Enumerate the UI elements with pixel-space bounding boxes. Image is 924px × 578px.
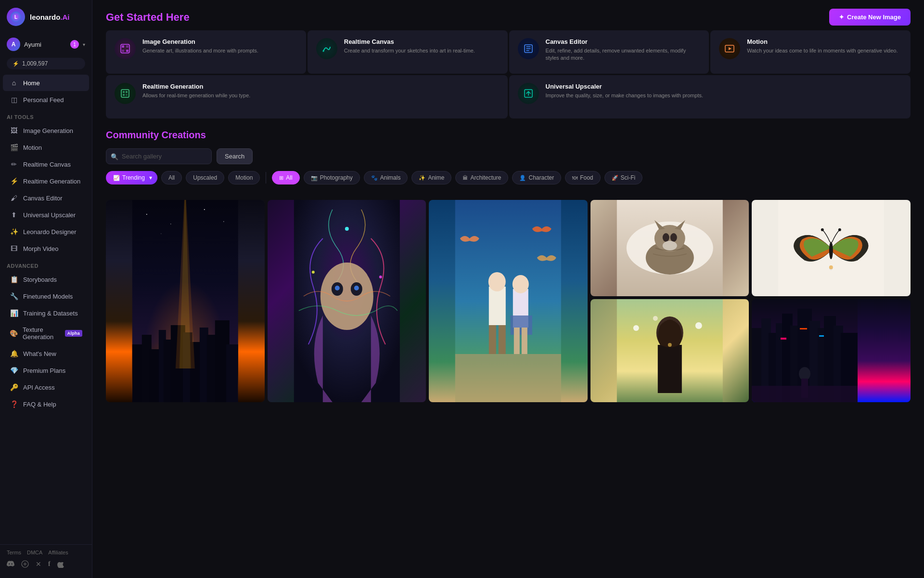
- sidebar-navigation: ⌂ Home ◫ Personal Feed AI Tools 🖼 Image …: [0, 74, 92, 544]
- user-row[interactable]: A Ayumi 1 ▾: [0, 34, 92, 55]
- tool-title: Canvas Editor: [546, 38, 701, 45]
- create-new-image-button[interactable]: ✦ Create New Image: [829, 9, 911, 26]
- reddit-icon[interactable]: [21, 560, 29, 569]
- svg-point-52: [838, 228, 841, 231]
- image-card[interactable]: [106, 200, 265, 402]
- terms-link[interactable]: Terms: [7, 550, 21, 555]
- search-input[interactable]: [106, 148, 212, 164]
- filter-anime[interactable]: ✨ Anime: [411, 171, 451, 184]
- sidebar-item-whats-new[interactable]: 🔔 What's New: [3, 345, 89, 362]
- ai-tools-label: AI Tools: [0, 108, 92, 122]
- alpha-badge: Alpha: [65, 330, 82, 337]
- filter-label: Upscaled: [193, 174, 217, 181]
- filter-all-cat[interactable]: ⊞ All: [272, 171, 299, 184]
- upscaler-tool-icon: [518, 83, 539, 104]
- sidebar-item-label: Home: [23, 79, 40, 87]
- main-content: Get Started Here ✦ Create New Image: [92, 0, 924, 578]
- character-icon: 👤: [519, 175, 526, 181]
- sidebar-item-api-access[interactable]: 🔑 API Access: [3, 379, 89, 395]
- svg-rect-65: [489, 287, 506, 325]
- svg-point-51: [821, 228, 824, 231]
- create-btn-label: Create New Image: [847, 13, 901, 21]
- svg-point-39: [161, 233, 161, 234]
- filter-sci-fi[interactable]: 🚀 Sci-Fi: [604, 171, 643, 184]
- filter-label: Anime: [428, 174, 444, 181]
- image-card[interactable]: [752, 299, 911, 402]
- affiliates-link[interactable]: Affiliates: [48, 550, 68, 555]
- filter-upscaled[interactable]: Upscaled: [186, 171, 224, 184]
- image-gen-tool-icon: [115, 38, 136, 59]
- sidebar-item-texture-generation[interactable]: 🎨 Texture Generation Alpha: [3, 322, 89, 345]
- filter-motion[interactable]: Motion: [228, 171, 260, 184]
- sidebar-item-personal-feed[interactable]: ◫ Personal Feed: [3, 92, 89, 108]
- logo-avatar: L: [7, 8, 25, 26]
- sidebar-item-storyboards[interactable]: 📋 Storyboards: [3, 271, 89, 288]
- image-card[interactable]: [268, 200, 426, 402]
- tool-realtime-generation[interactable]: Realtime Generation Allows for real-time…: [106, 75, 508, 118]
- sidebar-item-label: Storyboards: [23, 276, 57, 283]
- sidebar-item-label: Image Generation: [23, 127, 73, 134]
- tool-title: Image Generation: [142, 38, 258, 45]
- sidebar-item-leonardo-designer[interactable]: ✨ Leonardo Designer: [3, 223, 89, 240]
- filter-food[interactable]: 🍽 Food: [565, 171, 600, 184]
- twitter-x-icon[interactable]: ✕: [36, 560, 41, 569]
- apple-icon[interactable]: [57, 560, 64, 569]
- tool-motion[interactable]: Motion Watch your ideas come to life in …: [710, 30, 911, 74]
- tool-text: Realtime Canvas Create and transform you…: [344, 38, 475, 54]
- sidebar-item-universal-upscaler[interactable]: ⬆ Universal Upscaler: [3, 207, 89, 223]
- realtime-gen-icon: ⚡: [10, 177, 18, 185]
- search-icon: 🔍: [111, 153, 118, 160]
- dmca-link[interactable]: DMCA: [27, 550, 42, 555]
- sidebar-item-image-generation[interactable]: 🖼 Image Generation: [3, 122, 89, 139]
- sidebar-item-label: Finetuned Models: [23, 293, 73, 300]
- image-card[interactable]: [752, 200, 911, 296]
- filter-architecture[interactable]: 🏛 Architecture: [455, 171, 508, 184]
- svg-rect-70: [511, 315, 532, 335]
- facebook-icon[interactable]: f: [48, 560, 51, 569]
- filter-label: Trending: [122, 174, 145, 181]
- discord-icon[interactable]: [7, 560, 14, 569]
- sidebar-item-premium-plans[interactable]: 💎 Premium Plans: [3, 362, 89, 379]
- sidebar-item-realtime-generation[interactable]: ⚡ Realtime Generation: [3, 173, 89, 189]
- filter-label: All: [168, 174, 175, 181]
- main-header: Get Started Here ✦ Create New Image: [92, 0, 924, 30]
- training-icon: 📊: [10, 309, 18, 317]
- filter-label: Animals: [380, 174, 401, 181]
- motion-tool-icon: [719, 38, 740, 59]
- social-icons: ✕ f: [7, 560, 85, 569]
- svg-point-50: [829, 242, 833, 259]
- image-card[interactable]: [590, 299, 749, 402]
- tool-image-generation[interactable]: Image Generation Generate art, illustrat…: [106, 30, 306, 74]
- filter-trending[interactable]: 📈 Trending ▾: [106, 171, 157, 184]
- sidebar-item-home[interactable]: ⌂ Home: [3, 75, 89, 91]
- sidebar-item-label: What's New: [23, 350, 56, 357]
- sidebar-item-finetuned-models[interactable]: 🔧 Finetuned Models: [3, 288, 89, 304]
- sidebar-item-training-datasets[interactable]: 📊 Training & Datasets: [3, 305, 89, 321]
- filter-photography[interactable]: 📷 Photography: [304, 171, 360, 184]
- filter-character[interactable]: 👤 Character: [512, 171, 561, 184]
- sidebar-item-canvas-editor[interactable]: 🖌 Canvas Editor: [3, 190, 89, 206]
- tool-desc: Edit, refine, add details, remove unwant…: [546, 47, 701, 62]
- tool-canvas-editor[interactable]: Canvas Editor Edit, refine, add details,…: [509, 30, 709, 74]
- sidebar-item-faq-help[interactable]: ❓ FAQ & Help: [3, 396, 89, 412]
- svg-point-77: [695, 322, 702, 329]
- tool-realtime-canvas[interactable]: Realtime Canvas Create and transform you…: [308, 30, 508, 74]
- svg-point-62: [345, 227, 348, 231]
- tool-text: Image Generation Generate art, illustrat…: [142, 38, 258, 54]
- image-card[interactable]: [590, 200, 749, 296]
- sidebar-item-motion[interactable]: 🎬 Motion: [3, 139, 89, 156]
- architecture-icon: 🏛: [462, 175, 468, 181]
- filter-animals[interactable]: 🐾 Animals: [364, 171, 408, 184]
- animals-icon: 🐾: [371, 175, 378, 181]
- svg-point-68: [488, 272, 506, 291]
- sidebar-item-realtime-canvas[interactable]: ✏ Realtime Canvas: [3, 156, 89, 172]
- image-card[interactable]: [429, 200, 588, 402]
- sidebar-item-morph-video[interactable]: 🎞 Morph Video: [3, 240, 89, 257]
- logo[interactable]: L leonardo.Ai: [0, 0, 92, 34]
- filter-all-main[interactable]: All: [161, 171, 182, 184]
- community-title: Community Creations: [106, 130, 911, 141]
- tool-title: Realtime Generation: [142, 83, 250, 90]
- tool-universal-upscaler[interactable]: Universal Upscaler Improve the quality, …: [509, 75, 911, 118]
- search-button[interactable]: Search: [217, 148, 253, 164]
- svg-point-73: [513, 275, 529, 293]
